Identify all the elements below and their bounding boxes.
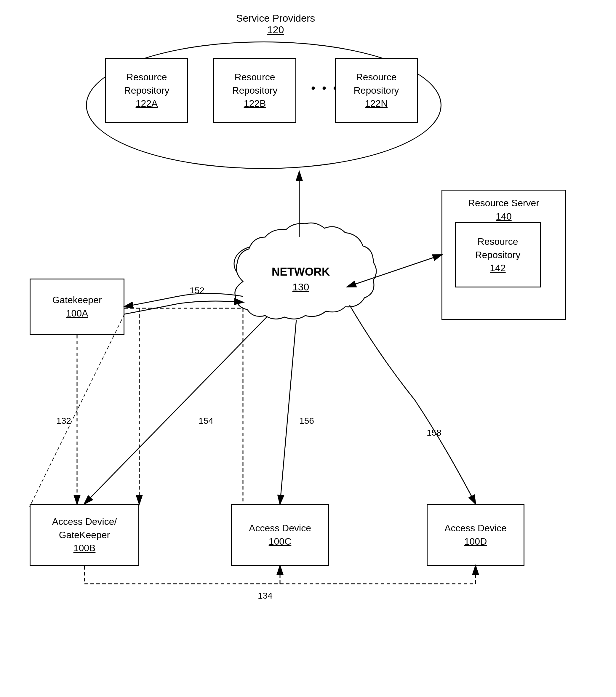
network-cloud: NETWORK 130	[234, 223, 376, 319]
label-158: 158	[427, 428, 441, 438]
access-device-100D: Access Device100D	[427, 504, 524, 566]
repo-122N: ResourceRepository122N	[335, 58, 418, 123]
access-device-100C: Access Device100C	[231, 504, 329, 566]
arrow-152-back	[124, 301, 243, 314]
access-device-100B: Access Device/GateKeeper100B	[30, 504, 139, 566]
label-152: 152	[190, 285, 205, 295]
label-154: 154	[198, 416, 213, 426]
svg-text:NETWORK: NETWORK	[272, 266, 330, 278]
diagram: Service Providers 120 ResourceRepository…	[0, 0, 616, 697]
arrow-156	[280, 320, 296, 504]
svg-point-10	[292, 271, 336, 304]
svg-point-8	[323, 247, 364, 281]
svg-point-4	[234, 246, 282, 282]
service-providers-label: Service Providers 120	[201, 12, 350, 35]
svg-point-6	[280, 235, 325, 269]
repo-122B: ResourceRepository122B	[213, 58, 296, 123]
svg-point-11	[268, 274, 313, 307]
resource-repo-142: ResourceRepository142	[455, 222, 541, 287]
arrow-152	[124, 293, 243, 307]
label-132: 132	[56, 416, 71, 426]
arrow-158	[350, 305, 476, 504]
label-134: 134	[258, 591, 273, 600]
dashed-100A-100B-vert	[30, 314, 124, 507]
gatekeeper-100A: Gatekeeper100A	[30, 279, 124, 335]
svg-point-12	[246, 270, 287, 301]
svg-point-5	[258, 239, 299, 271]
svg-point-7	[305, 239, 347, 271]
svg-point-13	[253, 249, 348, 296]
arrow-154	[85, 317, 267, 504]
label-156: 156	[299, 416, 314, 426]
svg-point-9	[313, 262, 357, 295]
svg-text:130: 130	[292, 281, 309, 293]
arrow-network-rs	[354, 255, 441, 284]
repo-122A: ResourceRepository122A	[105, 58, 188, 123]
